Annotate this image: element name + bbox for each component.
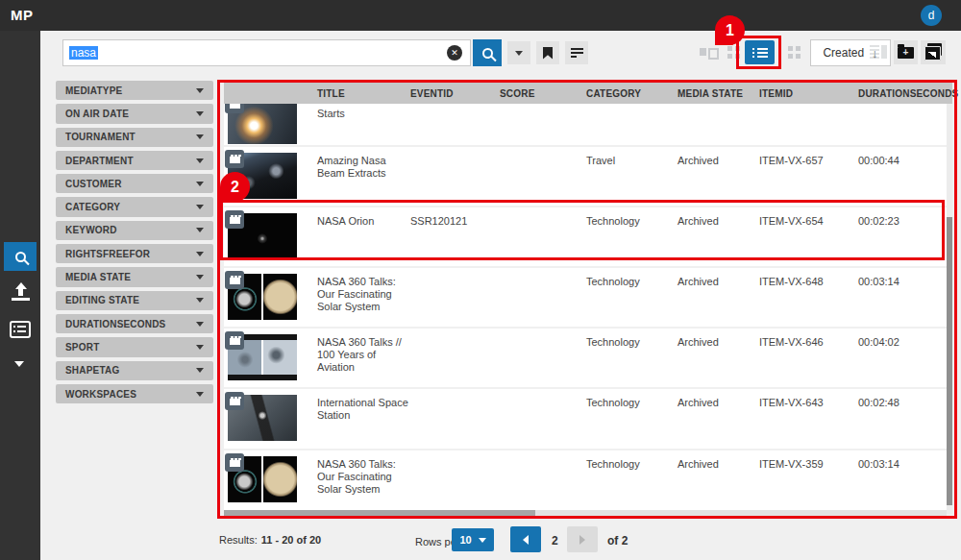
annotation-badge-2: 2 bbox=[220, 172, 250, 202]
total-pages: of 2 bbox=[607, 534, 628, 548]
thumbnail[interactable] bbox=[228, 395, 297, 441]
thumbnail[interactable] bbox=[228, 104, 297, 144]
filter-media-state[interactable]: MEDIA STATE bbox=[56, 267, 213, 286]
chevron-down-icon bbox=[196, 182, 204, 186]
search-options-button[interactable] bbox=[507, 41, 530, 64]
row-duration: 00:03:14 bbox=[858, 276, 935, 288]
row-itemid: ITEM-VX-359 bbox=[759, 458, 846, 471]
filter-label: CUSTOMER bbox=[65, 179, 122, 189]
row-category: Travel bbox=[586, 155, 668, 167]
row-duration: 00:00:44 bbox=[858, 155, 935, 167]
vertical-scrollbar[interactable] bbox=[947, 217, 952, 505]
filter-editing-state[interactable]: EDITING STATE bbox=[56, 291, 213, 310]
filter-lines-icon bbox=[571, 48, 583, 59]
filter-label: SPORT bbox=[65, 342, 99, 353]
filter-tournament[interactable]: TOURNAMENT bbox=[56, 128, 213, 147]
col-category[interactable]: CATEGORY bbox=[586, 88, 641, 99]
table-row[interactable]: Starts bbox=[224, 104, 947, 145]
upload-button[interactable] bbox=[10, 282, 31, 304]
filter-label: KEYWORD bbox=[65, 225, 117, 235]
rail-form-button[interactable] bbox=[10, 321, 31, 338]
row-media-state: Archived bbox=[678, 397, 750, 409]
col-title[interactable]: TITLE bbox=[317, 88, 345, 99]
compare-button bbox=[700, 46, 719, 58]
row-itemid: ITEM-VX-646 bbox=[759, 336, 846, 349]
left-rail bbox=[0, 31, 40, 560]
filter-rightsfreefor[interactable]: RIGHTSFREEFOR bbox=[56, 244, 213, 263]
next-page-button[interactable] bbox=[567, 526, 598, 552]
filter-durationseconds[interactable]: DURATIONSECONDS bbox=[56, 314, 213, 333]
thumbnail[interactable] bbox=[228, 334, 297, 380]
avatar[interactable]: d bbox=[921, 5, 942, 26]
thumbnail[interactable] bbox=[228, 456, 297, 502]
add-to-collection-button[interactable]: + bbox=[894, 40, 918, 64]
export-images-button[interactable] bbox=[921, 40, 946, 64]
filter-label: MEDIA STATE bbox=[65, 272, 131, 282]
row-category: Technology bbox=[586, 397, 668, 409]
filter-label: MEDIATYPE bbox=[65, 85, 122, 96]
table-header: TITLE EVENTID SCORE CATEGORY MEDIA STATE… bbox=[224, 82, 952, 104]
list-view-button[interactable] bbox=[745, 40, 775, 64]
row-title: NASA Orion bbox=[317, 215, 413, 228]
horizontal-scrollbar[interactable] bbox=[224, 510, 535, 517]
row-media-state: Archived bbox=[678, 276, 750, 288]
filter-category[interactable]: CATEGORY bbox=[56, 197, 213, 216]
table-row[interactable]: NASA 360 Talks: Our Fascinating Solar Sy… bbox=[224, 268, 947, 327]
filter-customer[interactable]: CUSTOMER bbox=[56, 174, 213, 193]
folder-plus-icon: + bbox=[898, 47, 914, 59]
chevron-down-icon bbox=[196, 252, 204, 256]
filter-mediatype[interactable]: MEDIATYPE bbox=[56, 81, 213, 100]
table-row[interactable]: Amazing Nasa Beam Extracts Travel Archiv… bbox=[224, 147, 947, 206]
chevron-down-icon bbox=[515, 51, 523, 56]
col-media-state[interactable]: MEDIA STATE bbox=[678, 88, 743, 99]
filter-button[interactable] bbox=[565, 41, 588, 64]
table-row-selected[interactable]: NASA Orion SSR120121 Technology Archived… bbox=[224, 207, 947, 266]
row-itemid: ITEM-VX-657 bbox=[759, 155, 846, 167]
grid-view-button bbox=[727, 46, 740, 59]
col-score[interactable]: SCORE bbox=[500, 88, 535, 99]
upload-icon-stem bbox=[18, 288, 23, 296]
filter-workspaces[interactable]: WORKSPACES bbox=[56, 384, 213, 403]
filter-sport[interactable]: SPORT bbox=[56, 337, 213, 356]
chevron-down-icon bbox=[196, 228, 204, 232]
col-durationseconds[interactable]: DURATIONSECONDS bbox=[858, 88, 958, 99]
rows-per-page-select[interactable]: 10 bbox=[452, 528, 494, 551]
filter-on-air-date[interactable]: ON AIR DATE bbox=[56, 104, 213, 123]
saved-search-button[interactable] bbox=[536, 41, 559, 64]
chevron-right-icon bbox=[579, 535, 585, 545]
row-category: Technology bbox=[586, 458, 668, 471]
filter-label: SHAPETAG bbox=[65, 365, 119, 376]
row-duration: 00:03:14 bbox=[858, 458, 935, 471]
row-title: NASA 360 Talks: Our Fascinating Solar Sy… bbox=[317, 276, 413, 313]
thumbnail[interactable] bbox=[228, 274, 297, 320]
filter-shapetag[interactable]: SHAPETAG bbox=[56, 361, 213, 380]
filter-keyword[interactable]: KEYWORD bbox=[56, 221, 213, 240]
search-icon bbox=[15, 252, 26, 262]
chevron-down-icon bbox=[196, 275, 204, 280]
rows-per-page-value: 10 bbox=[459, 534, 471, 546]
chevron-left-icon bbox=[523, 535, 529, 545]
row-title: Amazing Nasa Beam Extracts bbox=[317, 155, 413, 180]
col-itemid[interactable]: ITEMID bbox=[759, 88, 793, 99]
bookmark-icon bbox=[543, 47, 553, 60]
sort-label: Created bbox=[823, 46, 864, 60]
previous-page-button[interactable] bbox=[510, 526, 541, 552]
search-input[interactable]: nasa ✕ bbox=[62, 39, 471, 66]
annotation-badge-1: 1 bbox=[715, 15, 745, 45]
clear-search-button[interactable]: ✕ bbox=[447, 45, 462, 61]
filter-label: ON AIR DATE bbox=[65, 109, 129, 119]
chevron-down-icon bbox=[196, 158, 204, 163]
table-row[interactable]: International Space Station Technology A… bbox=[224, 389, 947, 449]
row-eventid: SSR120121 bbox=[410, 215, 492, 228]
video-file-icon bbox=[225, 104, 244, 113]
row-media-state: Archived bbox=[678, 215, 750, 228]
table-row[interactable]: NASA 360 Talks // 100 Years of Aviation … bbox=[224, 329, 947, 387]
table-row[interactable]: NASA 360 Talks: Our Fascinating Solar Sy… bbox=[224, 450, 947, 510]
rail-chevron-down-icon[interactable] bbox=[14, 361, 24, 367]
search-button[interactable] bbox=[473, 39, 502, 66]
chevron-down-icon bbox=[479, 538, 486, 543]
col-eventid[interactable]: EVENTID bbox=[410, 88, 454, 99]
rail-search-button[interactable] bbox=[4, 242, 37, 271]
filter-department[interactable]: DEPARTMENT bbox=[56, 151, 213, 170]
thumbnail[interactable] bbox=[228, 213, 297, 259]
